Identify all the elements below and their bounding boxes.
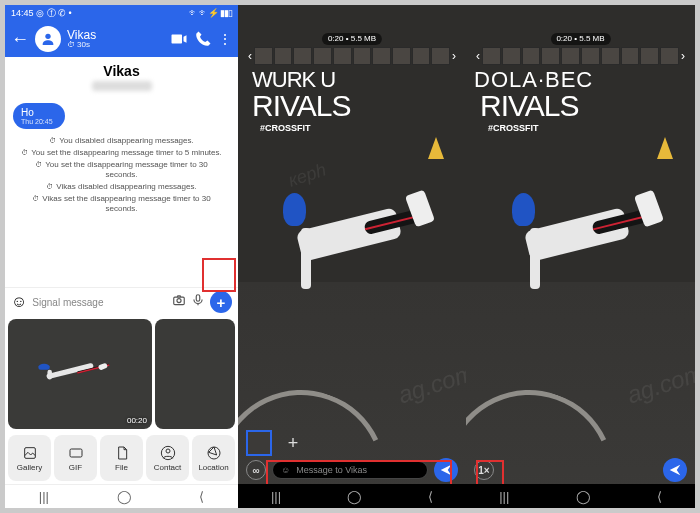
video-info-pill: 0:20 • 5.5 MB — [550, 33, 610, 45]
thumb-duration: 00:20 — [127, 416, 147, 425]
wall-text: RIVALS — [480, 89, 579, 123]
media-thumbnails: 00:20 — [5, 316, 238, 432]
message-input[interactable]: Signal message — [32, 297, 167, 308]
hashtag: #CROSSFIT — [260, 123, 311, 133]
trim-right-icon[interactable]: › — [450, 49, 458, 63]
svg-rect-3 — [196, 295, 200, 301]
trim-left-icon[interactable]: ‹ — [474, 49, 482, 63]
nav-back-icon[interactable]: ⟨ — [428, 489, 433, 504]
nav-home-icon[interactable]: ◯ — [117, 489, 132, 504]
android-nav: ||| ◯ ⟨ — [238, 484, 466, 508]
attach-file[interactable]: File — [100, 435, 143, 481]
message-bubble[interactable]: Ho Thu 20:45 — [13, 103, 65, 129]
sticker-icon[interactable]: ☺ — [281, 465, 290, 475]
caption-row: 1× — [474, 458, 687, 482]
send-button[interactable] — [663, 458, 687, 482]
trim-strip[interactable]: ‹ › — [246, 47, 458, 65]
mic-icon[interactable] — [191, 293, 205, 311]
compose-bar: ☺ Signal message + — [5, 287, 238, 316]
nav-home-icon[interactable]: ◯ — [347, 489, 362, 504]
wall-text: RIVALS — [252, 89, 351, 123]
video-call-icon[interactable] — [170, 30, 188, 48]
android-nav: ||| ◯ ⟨ — [5, 484, 238, 508]
cone-prop — [657, 137, 673, 159]
blurred-subtitle — [92, 81, 152, 91]
video-trim-screen-viewonce: DOLA·BEC RIVALS #CROSSFIT ag.com 0:20 • … — [466, 5, 695, 508]
video-subject — [493, 186, 658, 297]
video-trim-screen: WURK U RIVALS #CROSSFIT ag.com керh 0:20… — [238, 5, 466, 508]
hashtag: #CROSSFIT — [488, 123, 539, 133]
camera-icon[interactable] — [172, 293, 186, 311]
disappearing-timer: ⏱ 30s — [67, 41, 164, 49]
watermark: ag.com — [395, 359, 466, 410]
selected-media-row: + — [246, 430, 306, 456]
nav-recents-icon[interactable]: ||| — [499, 489, 509, 504]
video-subject — [265, 186, 429, 297]
attach-gif[interactable]: GIF — [54, 435, 97, 481]
voice-call-icon[interactable] — [194, 30, 212, 48]
nav-recents-icon[interactable]: ||| — [271, 489, 281, 504]
nav-back-icon[interactable]: ⟨ — [657, 489, 662, 504]
view-once-icon[interactable]: 1× — [474, 460, 494, 480]
system-message: You set the disappearing message timer t… — [5, 147, 238, 159]
attach-gallery[interactable]: Gallery — [8, 435, 51, 481]
chat-screen: 14:45 ◎ ⓕ ✆ • ᯤ ᯤ ⚡ ▮▮▯ ← Vikas ⏱ 30s ⋮ … — [5, 5, 238, 508]
emoji-icon[interactable]: ☺ — [11, 293, 27, 311]
attachment-row: Gallery GIF File Contact Location — [5, 432, 238, 484]
nav-back-icon[interactable]: ⟨ — [199, 489, 204, 504]
attach-location[interactable]: Location — [192, 435, 235, 481]
trim-strip[interactable]: ‹ › — [474, 47, 687, 65]
back-icon[interactable]: ← — [11, 29, 29, 50]
kebab-icon[interactable]: ⋮ — [218, 31, 232, 47]
svg-point-6 — [166, 449, 170, 453]
svg-rect-5 — [70, 449, 82, 457]
caption-row: ∞ ☺Message to Vikas — [246, 458, 458, 482]
selected-thumb[interactable] — [246, 430, 272, 456]
system-message: Vikas disabled disappearing messages. — [5, 181, 238, 193]
watermark: ag.com — [624, 359, 695, 410]
attach-contact[interactable]: Contact — [146, 435, 189, 481]
svg-point-0 — [45, 34, 50, 39]
add-media-button[interactable]: + — [280, 430, 306, 456]
caption-input[interactable]: ☺Message to Vikas — [272, 461, 428, 479]
trim-left-icon[interactable]: ‹ — [246, 49, 254, 63]
nav-home-icon[interactable]: ◯ — [576, 489, 591, 504]
svg-point-2 — [177, 299, 181, 303]
chat-header: ← Vikas ⏱ 30s ⋮ — [5, 21, 238, 57]
cone-prop — [428, 137, 444, 159]
page-title: Vikas — [5, 57, 238, 79]
media-thumb-video[interactable]: 00:20 — [8, 319, 152, 429]
system-message: You set the disappearing message timer t… — [5, 159, 238, 181]
trim-right-icon[interactable]: › — [679, 49, 687, 63]
send-button[interactable] — [434, 458, 458, 482]
media-thumb[interactable] — [155, 319, 235, 429]
avatar[interactable] — [35, 26, 61, 52]
android-nav: ||| ◯ ⟨ — [466, 484, 695, 508]
system-message: You disabled disappearing messages. — [5, 135, 238, 147]
nav-recents-icon[interactable]: ||| — [39, 489, 49, 504]
status-bar: 14:45 ◎ ⓕ ✆ • ᯤ ᯤ ⚡ ▮▮▯ — [5, 5, 238, 21]
attach-plus-button[interactable]: + — [210, 291, 232, 313]
svg-rect-4 — [24, 447, 35, 458]
view-toggle-icon[interactable]: ∞ — [246, 460, 266, 480]
system-message: Vikas set the disappearing message timer… — [5, 193, 238, 215]
video-info-pill: 0:20 • 5.5 MB — [322, 33, 382, 45]
